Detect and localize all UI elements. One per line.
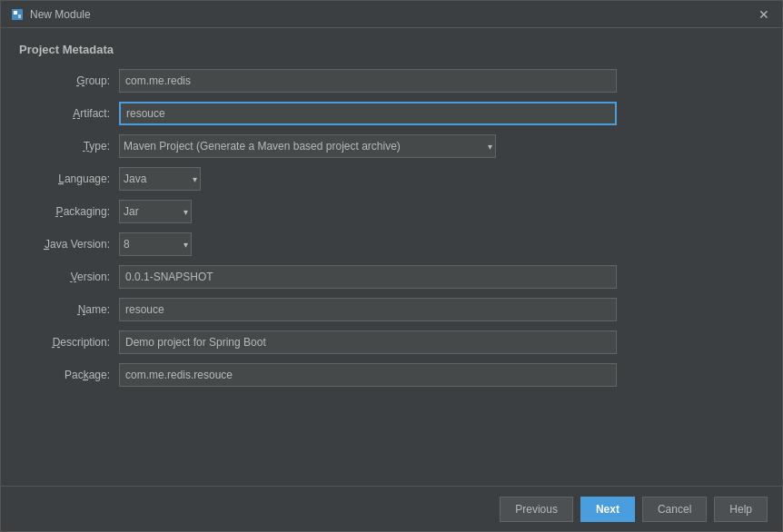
name-input[interactable] [119,298,617,321]
cancel-button[interactable]: Cancel [642,497,707,522]
language-label: Language: [19,172,119,185]
dialog-new-module: New Module ✕ Project Metadata Group: Art… [0,0,783,532]
language-select[interactable]: Java Kotlin Groovy [119,167,201,191]
section-title: Project Metadata [19,43,764,56]
previous-button[interactable]: Previous [500,497,573,522]
package-input[interactable] [119,363,617,387]
java-version-select-wrapper: 8 11 17 [119,232,192,256]
version-label: Version: [19,271,119,283]
svg-rect-2 [18,15,21,18]
packaging-row: Packaging: Jar War [19,200,764,223]
description-input[interactable] [119,330,617,354]
module-icon [10,7,25,22]
java-version-label: Java Version: [19,238,119,251]
svg-rect-1 [14,11,17,15]
language-select-wrapper: Java Kotlin Groovy [119,167,201,191]
type-row: Type: Maven Project (Generate a Maven ba… [19,134,764,158]
artifact-label: Artifact: [19,107,119,120]
packaging-select[interactable]: Jar War [119,200,192,223]
version-row: Version: [19,265,764,289]
description-row: Description: [19,330,764,354]
java-version-select[interactable]: 8 11 17 [119,232,192,256]
title-bar: New Module ✕ [1,1,782,28]
type-select[interactable]: Maven Project (Generate a Maven based pr… [119,134,496,158]
artifact-input[interactable] [119,102,617,125]
packaging-label: Packaging: [19,205,119,218]
group-row: Group: [19,69,764,93]
help-button[interactable]: Help [714,497,768,522]
title-bar-left: New Module [10,7,91,22]
description-label: Description: [19,336,119,349]
next-button[interactable]: Next [580,497,635,522]
group-input[interactable] [119,69,617,93]
type-select-wrapper: Maven Project (Generate a Maven based pr… [119,134,496,158]
type-label: Type: [19,140,119,153]
version-input[interactable] [119,265,617,289]
close-button[interactable]: ✕ [755,5,773,24]
dialog-title: New Module [30,8,91,21]
dialog-footer: Previous Next Cancel Help [1,486,782,531]
java-version-row: Java Version: 8 11 17 [19,232,764,256]
language-row: Language: Java Kotlin Groovy [19,167,764,191]
package-row: Package: [19,363,764,387]
package-label: Package: [19,369,119,381]
name-label: Name: [19,303,119,316]
artifact-row: Artifact: [19,102,764,125]
packaging-select-wrapper: Jar War [119,200,192,223]
name-row: Name: [19,298,764,321]
group-label: Group: [19,74,119,87]
dialog-content: Project Metadata Group: Artifact: Type: … [1,28,782,486]
